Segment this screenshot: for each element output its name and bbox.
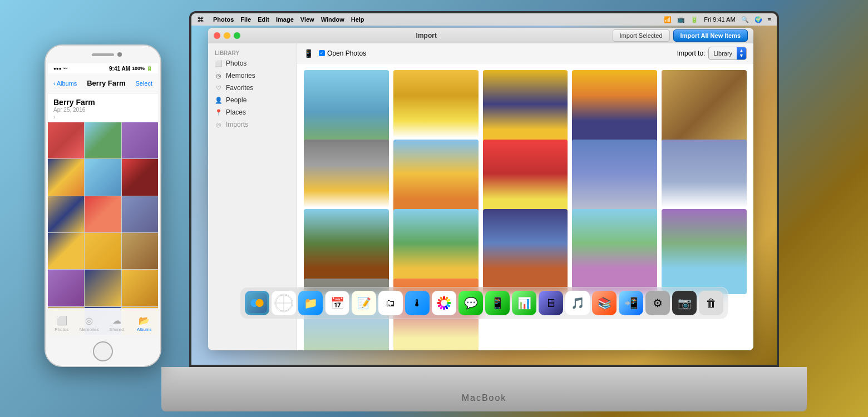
memories-tab-icon: ◎ [85, 315, 93, 326]
memories-icon: ◎ [215, 72, 223, 80]
dock-itunes[interactable]: 🎵 [565, 291, 590, 315]
dock-settings[interactable]: ⚙ [645, 291, 670, 315]
sidebar-item-places[interactable]: 📍 Places [208, 106, 297, 118]
dock: 📁 📅 📝 🗂 🌡 💬 📱 📊 🖥 🎵 📚 📲 ⚙ 📷 🗑 [240, 287, 728, 319]
photo-thumb-13[interactable] [483, 209, 568, 294]
menubar-file[interactable]: File [240, 16, 251, 23]
dock-keynote[interactable]: 🖥 [539, 291, 563, 315]
import-destination-dropdown[interactable]: Library ▲▼ [708, 47, 747, 60]
iphone-photo-11[interactable] [85, 233, 121, 269]
maximize-button[interactable] [234, 32, 240, 39]
dock-ibooks[interactable]: 📚 [592, 291, 617, 315]
iphone-photo-10[interactable] [48, 233, 84, 269]
dock-messages[interactable]: 💬 [458, 291, 483, 315]
sidebar-item-memories[interactable]: ◎ Memories [208, 70, 297, 82]
open-photos-checkbox[interactable]: ✓ [319, 50, 325, 56]
dock-calendar[interactable]: 📅 [325, 291, 349, 315]
dock-numbers[interactable]: 📊 [512, 291, 536, 315]
memories-tab-label: Memories [80, 327, 99, 332]
dock-facetime[interactable]: 📱 [485, 291, 510, 315]
iphone-photo-grid [48, 122, 158, 335]
dock-finder[interactable] [245, 291, 269, 315]
import-to-label: Import to: [677, 49, 706, 57]
menubar-app-name[interactable]: Photos [213, 16, 234, 23]
iphone: ●●● 〰 9:41 AM 100% 🔋 ‹ Albums Berry Farm… [45, 44, 161, 367]
shared-tab-label: Shared [110, 327, 124, 332]
iphone-tab-memories[interactable]: ◎ Memories [76, 312, 103, 332]
open-photos-checkbox-group: ✓ Open Photos [319, 49, 366, 57]
iphone-camera [117, 52, 122, 57]
iphone-select-button[interactable]: Select [135, 80, 152, 87]
import-all-button[interactable]: Import All New Items [673, 29, 748, 42]
list-icon[interactable]: ≡ [768, 16, 771, 23]
dock-safari[interactable] [272, 291, 296, 315]
sidebar-item-imports[interactable]: ◎ Imports [208, 118, 297, 131]
apple-menu[interactable]: ⌘ [197, 16, 204, 24]
menubar-edit[interactable]: Edit [258, 16, 269, 23]
dock-temperature[interactable]: 🌡 [405, 291, 430, 315]
person-icon: 👤 [215, 96, 223, 104]
iphone-arrow-indicator: › [53, 114, 152, 120]
menubar-help[interactable]: Help [351, 16, 364, 23]
iphone-photo-1[interactable] [48, 122, 84, 158]
window-title: Import [244, 32, 609, 39]
iphone-photo-15[interactable] [122, 270, 158, 306]
iphone-tab-albums[interactable]: 📂 Albums [131, 312, 159, 332]
import-destination-value: Library [709, 48, 737, 58]
battery-icon: 🔋 [691, 16, 698, 23]
iphone-tab-photos[interactable]: ⬜ Photos [48, 312, 76, 332]
iphone-photo-14[interactable] [85, 270, 121, 306]
iphone-photo-6[interactable] [122, 159, 158, 195]
iphone-photo-4[interactable] [48, 159, 84, 195]
iphone-statusbar: ●●● 〰 9:41 AM 100% 🔋 [48, 63, 158, 73]
iphone-photo-7[interactable] [48, 196, 84, 232]
menubar-right: 📶 📺 🔋 Fri 9:41 AM 🔍 🌍 ≡ [664, 16, 771, 23]
photos-icon: ⬜ [215, 59, 223, 67]
menubar-image[interactable]: Image [276, 16, 294, 23]
iphone-home-button[interactable] [93, 341, 113, 361]
iphone-photo-3[interactable] [122, 122, 158, 158]
iphone-photo-2[interactable] [85, 122, 121, 158]
sidebar-label-people: People [226, 96, 246, 104]
menubar-window[interactable]: Window [321, 16, 344, 23]
macbook: ⌘ Photos File Edit Image View Window Hel… [161, 11, 807, 411]
iphone-tab-shared[interactable]: ☁ Shared [103, 312, 131, 332]
sidebar-item-people[interactable]: 👤 People [208, 94, 297, 106]
iphone-navbar: ‹ Albums Berry Farm Select [48, 73, 158, 93]
menubar-view[interactable]: View [300, 16, 314, 23]
search-icon[interactable]: 🔍 [741, 16, 749, 23]
dock-trash[interactable]: 🗑 [699, 291, 723, 315]
iphone-photo-8[interactable] [85, 196, 121, 232]
svg-point-2 [255, 299, 263, 307]
iphone-back-button[interactable]: ‹ Albums [53, 80, 77, 87]
iphone-album-date: Apr 25, 2016 [53, 107, 152, 113]
iphone-battery-icon: 🔋 [146, 66, 152, 71]
photo-thumb-14[interactable] [572, 209, 657, 294]
photo-thumb-15[interactable] [662, 209, 747, 294]
minimize-button[interactable] [224, 32, 230, 39]
menubar-time: Fri 9:41 AM [704, 16, 735, 23]
close-button[interactable] [214, 32, 220, 39]
sidebar-label-favorites: Favorites [226, 84, 253, 92]
globe-icon[interactable]: 🌍 [754, 16, 762, 23]
iphone-photo-12[interactable] [122, 233, 158, 269]
dock-files[interactable]: 📁 [298, 291, 323, 315]
dock-notes[interactable]: 📝 [352, 291, 376, 315]
albums-tab-icon: 📂 [139, 315, 150, 326]
iphone-signal: ●●● 〰 [53, 66, 67, 71]
sidebar-item-photos[interactable]: ⬜ Photos [208, 57, 297, 70]
iphone-photo-5[interactable] [85, 159, 121, 195]
macbook-label: MacBook [462, 393, 507, 403]
dock-reminders[interactable]: 🗂 [378, 291, 403, 315]
iphone-photo-13[interactable] [48, 270, 84, 306]
dock-camera[interactable]: 📷 [672, 291, 697, 315]
airplay-icon: 📺 [677, 16, 685, 23]
dock-appstore[interactable]: 📲 [619, 291, 643, 315]
iphone-photo-9[interactable] [122, 196, 158, 232]
iphone-battery: 100% [132, 66, 145, 71]
dock-photos[interactable] [432, 291, 456, 315]
sidebar-item-favorites[interactable]: ♡ Favorites [208, 82, 297, 94]
import-selected-button[interactable]: Import Selected [613, 29, 670, 42]
menubar: ⌘ Photos File Edit Image View Window Hel… [191, 13, 777, 26]
photos-tab-label: Photos [55, 327, 68, 332]
